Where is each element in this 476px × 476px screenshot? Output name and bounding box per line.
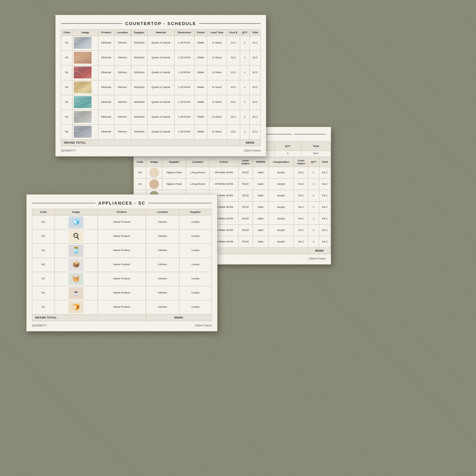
cell-supplier: SelStone bbox=[131, 110, 148, 125]
cell-location: Kitchen bbox=[114, 36, 131, 50]
svg-rect-3 bbox=[74, 81, 92, 93]
cell-qty: 1 bbox=[308, 224, 319, 236]
cell-finish: Matte bbox=[194, 50, 207, 65]
cell-supplier: SelStone bbox=[131, 36, 148, 50]
cell-total: 64.2 bbox=[319, 190, 330, 201]
table-row: N1 📦 Name Product Kitchen Lordse bbox=[32, 258, 212, 272]
table-row: N1 Ethereal Kitchen SelStone Quartz & Su… bbox=[61, 36, 261, 50]
svg-rect-0 bbox=[74, 37, 92, 49]
cell-image bbox=[72, 80, 98, 95]
cell-lead: In Stock bbox=[207, 65, 227, 80]
cell-qty: 1 bbox=[274, 151, 301, 156]
cell-supplier: Lordse bbox=[179, 243, 211, 258]
cell-total: 10,2 bbox=[250, 80, 261, 95]
cell-image: 🍞 bbox=[54, 300, 98, 314]
cell-location: Kitchen bbox=[146, 243, 180, 258]
cell-cost: 55,52 bbox=[238, 236, 253, 247]
cell-image bbox=[72, 125, 98, 139]
cell-finish: Matte bbox=[194, 110, 207, 125]
cell-code: N1 bbox=[61, 80, 72, 95]
cell-qty: 1 bbox=[240, 65, 250, 80]
cell-total: 64.2 bbox=[319, 213, 330, 224]
paint-footer-client: Client Frame bbox=[308, 257, 325, 260]
cell-cost: 10,2 bbox=[227, 110, 240, 125]
cell-location: Kitchen bbox=[114, 110, 131, 125]
cell-code: N1 bbox=[61, 36, 72, 50]
grand-total-label: GRAND TOTAL bbox=[61, 139, 240, 146]
table-row: N1 Ethereal Kitchen SelStone Quartz & Su… bbox=[61, 95, 261, 110]
cell-product: Ethereal bbox=[98, 95, 114, 110]
grand-total-amount: $8080 bbox=[240, 139, 260, 146]
cell-total: 64.2 bbox=[319, 167, 330, 178]
cell-qty: 1 bbox=[240, 110, 250, 125]
cell-material: Quartz & Suede bbox=[148, 80, 174, 95]
table-row: N1 Ethereal Kitchen SelStone Quartz & Su… bbox=[61, 50, 261, 65]
cell-material: Quartz & Suede bbox=[148, 125, 174, 139]
app-grand-total-row: GRAND TOTAL $8080 bbox=[32, 314, 212, 321]
table-row: N1 🧺 Name Product Kitchen Lordse bbox=[32, 272, 212, 286]
cell-location: Kitchen bbox=[114, 95, 131, 110]
cell-location: Kitchen bbox=[146, 300, 180, 314]
cell-cost: 10,2 bbox=[227, 65, 240, 80]
cell-image: ☕ bbox=[54, 286, 98, 300]
cell-supplier: SelStone bbox=[131, 65, 148, 80]
paint-full-code: Code bbox=[134, 157, 146, 167]
cell-sheen: Satin bbox=[253, 213, 268, 224]
cell-qty: 1 bbox=[308, 213, 319, 224]
table-row: N1 ☕ Name Product Kitchen Lordse bbox=[32, 286, 212, 300]
cell-supplier: SelStone bbox=[131, 80, 148, 95]
cell-total: 10,2 bbox=[250, 65, 261, 80]
cell-supplier: Nippon Paint bbox=[162, 167, 186, 178]
col-location: Location bbox=[114, 30, 131, 36]
table-row: N1 Ethereal Kitchen SelStone Quartz & Su… bbox=[61, 125, 261, 139]
paint-full-supplier: Supplier bbox=[162, 157, 186, 167]
cell-dimension: L:30 W:40 bbox=[174, 50, 194, 65]
table-row: N1 Nippon Paint Living Room Off White W7… bbox=[134, 178, 331, 190]
cell-qty: 1 bbox=[308, 201, 319, 213]
col-finish: Finish bbox=[194, 30, 207, 36]
cell-colour: Off White W784 bbox=[210, 178, 238, 190]
table-row: N1 Ethereal Kitchen SelStone Quartz & Su… bbox=[61, 110, 261, 125]
cell-comp: Acrylic bbox=[268, 213, 294, 224]
cell-product: Ethereal bbox=[98, 80, 114, 95]
cell-code: N1 bbox=[61, 110, 72, 125]
cell-cost: 10,2 bbox=[227, 80, 240, 95]
paint-full-total: Total bbox=[319, 157, 330, 167]
cell-code: N1 bbox=[32, 215, 55, 229]
cell-finish: Matte bbox=[194, 80, 207, 95]
cell-qty: 1 bbox=[240, 36, 250, 50]
cell-code: N1 bbox=[61, 125, 72, 139]
app-col-image: Image bbox=[54, 209, 98, 215]
table-row: N1 Ethereal Kitchen SelStone Quartz & Su… bbox=[61, 80, 261, 95]
cell-qty: 1 bbox=[308, 190, 319, 201]
cell-product: Name Product bbox=[98, 229, 146, 243]
paint-full-cost2: Cost/Gallon bbox=[294, 157, 308, 167]
cell-comp: Acrylic bbox=[268, 178, 294, 190]
cell-lead: In Stock bbox=[207, 80, 227, 95]
svg-rect-6 bbox=[74, 126, 92, 138]
cell-dimension: L:30 W:40 bbox=[174, 36, 194, 50]
cell-cost: 10,2 bbox=[227, 95, 240, 110]
cell-code: N1 bbox=[61, 65, 72, 80]
cell-product: Ethereal bbox=[98, 65, 114, 80]
cell-cost: 55,52 bbox=[238, 178, 253, 190]
cell-cost: 55,52 bbox=[238, 224, 253, 236]
cell-product: Ethereal bbox=[98, 50, 114, 65]
appliances-footer: DD/MM/YY Client Frame bbox=[32, 324, 212, 327]
paint-col-qty: QTY bbox=[274, 142, 301, 151]
cell-product: Name Product bbox=[98, 258, 146, 272]
paint-full-qty: QTY bbox=[308, 157, 319, 167]
col-image: Image bbox=[72, 30, 98, 36]
cell-total: 64.2 bbox=[319, 178, 330, 190]
cell-code: N1 bbox=[32, 272, 55, 286]
cell-colour: Off White W784 bbox=[210, 167, 238, 178]
cell-cost: 55,52 bbox=[238, 190, 253, 201]
app-col-location: Location bbox=[146, 209, 180, 215]
cell-supplier: SelStone bbox=[131, 95, 148, 110]
cell-sheen: Satin bbox=[253, 224, 268, 236]
cell-supplier: SelStone bbox=[131, 125, 148, 139]
cell-code: N1 bbox=[32, 258, 55, 272]
cell-total: 10,2 bbox=[250, 110, 261, 125]
cell-code: N1 bbox=[32, 300, 55, 314]
app-col-code: Code bbox=[32, 209, 55, 215]
